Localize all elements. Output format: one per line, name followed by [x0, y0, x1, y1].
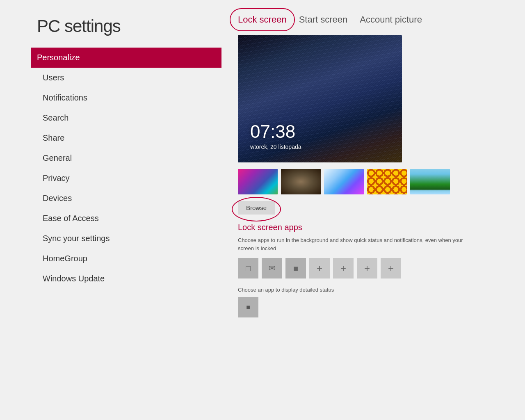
sidebar-item-share[interactable]: Share — [37, 128, 221, 148]
detailed-calendar-icon: ■ — [246, 304, 250, 311]
main-content: Lock screen Start screen Account picture… — [221, 0, 525, 420]
sidebar-item-search[interactable]: Search — [37, 108, 221, 128]
sidebar: PC settings Personalize Users Notificati… — [0, 0, 221, 420]
thumbnail-shell[interactable] — [281, 169, 321, 194]
sidebar-item-personalize[interactable]: Personalize — [31, 48, 221, 68]
page-title: PC settings — [37, 16, 221, 36]
add-icon-3: + — [364, 262, 370, 274]
lock-screen-apps-title: Lock screen apps — [238, 223, 504, 232]
app-icon-add-2[interactable]: + — [333, 258, 354, 278]
app-icon-add-3[interactable]: + — [357, 258, 377, 278]
tabs: Lock screen Start screen Account picture — [238, 12, 504, 27]
sidebar-item-windows-update[interactable]: Windows Update — [37, 269, 221, 289]
lockscreen-time: 07:38 — [250, 121, 295, 142]
messages-icon: □ — [246, 264, 251, 273]
sidebar-item-ease-of-access[interactable]: Ease of Access — [37, 208, 221, 228]
tab-account-picture[interactable]: Account picture — [360, 12, 422, 27]
app-icon-mail[interactable]: ✉ — [262, 258, 282, 278]
nav-list: Personalize Users Notifications Search S… — [37, 48, 221, 289]
thumbnail-bird[interactable] — [324, 169, 364, 194]
detailed-status-app-icon[interactable]: ■ — [238, 297, 258, 317]
add-icon-4: + — [388, 262, 394, 274]
sidebar-item-devices[interactable]: Devices — [37, 188, 221, 208]
add-icon-2: + — [340, 262, 346, 274]
thumbnail-row — [238, 169, 504, 194]
detailed-app-icons-row: ■ — [238, 297, 504, 317]
app-icon-calendar[interactable]: ■ — [285, 258, 306, 278]
app-icon-add-1[interactable]: + — [309, 258, 330, 278]
tab-start-screen[interactable]: Start screen — [299, 12, 348, 27]
sidebar-item-homegroup[interactable]: HomeGroup — [37, 249, 221, 269]
lockscreen-date: wtorek, 20 listopada — [250, 144, 301, 150]
thumbnail-abstract[interactable] — [238, 169, 278, 194]
sidebar-item-users[interactable]: Users — [37, 68, 221, 88]
mail-icon: ✉ — [269, 263, 276, 273]
tab-lock-screen[interactable]: Lock screen — [238, 12, 287, 27]
sidebar-item-notifications[interactable]: Notifications — [37, 88, 221, 108]
app-icon-messages[interactable]: □ — [238, 258, 258, 278]
browse-button[interactable]: Browse — [238, 201, 275, 215]
app-icons-row: □ ✉ ■ + + + + — [238, 258, 504, 278]
sidebar-item-sync-your-settings[interactable]: Sync your settings — [37, 228, 221, 249]
lockscreen-preview: 07:38 wtorek, 20 listopada — [238, 35, 402, 162]
sidebar-item-general[interactable]: General — [37, 148, 221, 168]
thumbnail-honeycomb[interactable] — [367, 169, 407, 194]
calendar-icon: ■ — [293, 264, 298, 273]
detailed-status-label: Choose an app to display detailed status — [238, 287, 504, 293]
add-icon-1: + — [317, 262, 322, 274]
lock-screen-apps-desc: Choose apps to run in the background and… — [238, 236, 468, 252]
sidebar-item-privacy[interactable]: Privacy — [37, 168, 221, 188]
app-icon-add-4[interactable]: + — [381, 258, 401, 278]
browse-area: Browse — [238, 201, 504, 215]
thumbnail-skyline[interactable] — [410, 169, 450, 194]
